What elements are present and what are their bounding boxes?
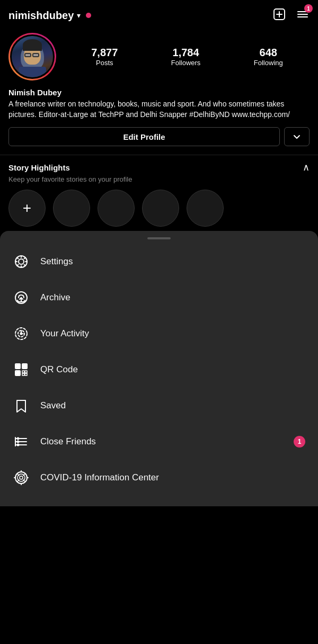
header: nimishdubey ▾ 1 (0, 0, 318, 29)
saved-label: Saved (40, 400, 66, 411)
avatar[interactable] (8, 33, 56, 80)
svg-rect-21 (22, 371, 24, 373)
profile-section: 7,877 Posts 1,784 Followers 648 Followin… (0, 29, 318, 155)
add-highlight-icon: + (23, 200, 31, 217)
profile-row: 7,877 Posts 1,784 Followers 648 Followin… (8, 33, 310, 80)
highlight-item-3[interactable] (142, 190, 179, 227)
following-label: Following (254, 59, 283, 67)
highlights-row: + (8, 190, 310, 227)
svg-rect-20 (16, 372, 19, 374)
svg-rect-23 (22, 373, 24, 375)
svg-rect-16 (16, 365, 19, 368)
highlights-title: Story Highlights (8, 163, 70, 172)
archive-menu-item[interactable]: Archive (0, 280, 318, 316)
settings-menu-item[interactable]: Settings (0, 244, 318, 280)
settings-label: Settings (40, 256, 73, 267)
close-friends-menu-item[interactable]: Close Friends 1 (0, 424, 318, 460)
svg-rect-22 (25, 371, 27, 373)
following-stat[interactable]: 648 Following (254, 47, 283, 67)
posts-label: Posts (96, 59, 113, 67)
covid-icon (13, 469, 30, 486)
highlight-item-4[interactable] (187, 190, 224, 227)
menu-badge: 1 (304, 4, 313, 13)
username[interactable]: nimishdubey (8, 10, 74, 22)
following-count: 648 (260, 47, 277, 59)
posts-stat[interactable]: 7,877 Posts (91, 47, 118, 67)
svg-rect-24 (25, 373, 27, 375)
svg-point-6 (19, 259, 24, 264)
close-friends-icon (13, 433, 30, 450)
online-status-dot (86, 13, 91, 18)
close-friends-label: Close Friends (40, 436, 96, 447)
sheet-handle (0, 231, 318, 244)
highlight-item-2[interactable] (98, 190, 135, 227)
followers-label: Followers (171, 59, 201, 67)
qr-code-menu-item[interactable]: QR Code (0, 352, 318, 388)
archive-label: Archive (40, 292, 70, 303)
settings-icon (13, 253, 30, 270)
covid-menu-item[interactable]: COVID-19 Information Center (0, 460, 318, 496)
highlights-section: Story Highlights ∧ Keep your favorite st… (0, 155, 318, 231)
action-row: Edit Profile (8, 127, 310, 146)
profile-dropdown-button[interactable] (284, 127, 310, 146)
close-friends-badge: 1 (294, 436, 305, 448)
add-highlight-button[interactable]: + (8, 190, 46, 227)
highlight-item-1[interactable] (53, 190, 90, 227)
svg-point-30 (17, 444, 20, 446)
edit-profile-button[interactable]: Edit Profile (8, 127, 280, 146)
svg-point-28 (17, 437, 20, 440)
qr-code-label: QR Code (40, 364, 78, 375)
highlights-header: Story Highlights ∧ (8, 162, 310, 173)
handle-bar (147, 237, 171, 239)
saved-icon (13, 397, 30, 414)
archive-icon (13, 289, 30, 306)
display-name: Nimish Dubey (8, 88, 310, 97)
activity-icon (13, 325, 30, 342)
new-post-button[interactable] (272, 7, 286, 23)
bottom-sheet: Settings Archive Your Activity (0, 231, 318, 506)
followers-count: 1,784 (173, 47, 199, 59)
your-activity-menu-item[interactable]: Your Activity (0, 316, 318, 352)
svg-point-38 (20, 476, 23, 479)
menu-button[interactable]: 1 (296, 7, 310, 23)
qr-icon (13, 361, 30, 378)
followers-stat[interactable]: 1,784 Followers (171, 47, 201, 67)
header-left: nimishdubey ▾ (8, 10, 91, 22)
svg-point-14 (21, 333, 22, 335)
covid-label: COVID-19 Information Center (40, 472, 159, 483)
bio-text: A freelance writer on technology, books,… (8, 99, 310, 120)
svg-point-29 (17, 441, 20, 443)
highlights-collapse-icon[interactable]: ∧ (303, 162, 310, 173)
your-activity-label: Your Activity (40, 328, 89, 339)
stats-row: 7,877 Posts 1,784 Followers 648 Followin… (65, 47, 310, 67)
posts-count: 7,877 (91, 47, 118, 59)
highlights-subtitle: Keep your favorite stories on your profi… (8, 175, 310, 183)
saved-menu-item[interactable]: Saved (0, 388, 318, 424)
bio-section: Nimish Dubey A freelance writer on techn… (8, 88, 310, 120)
header-right: 1 (272, 7, 310, 23)
svg-rect-18 (23, 365, 26, 368)
username-chevron-icon[interactable]: ▾ (77, 11, 81, 20)
